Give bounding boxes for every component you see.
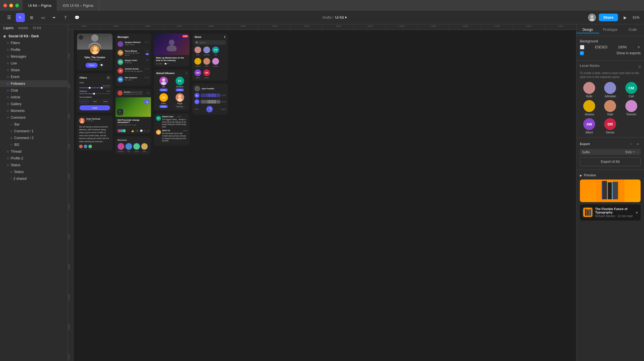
sidebar-item-share[interactable]: ⊞ Share (0, 67, 68, 74)
zoom-level[interactable]: 61% (633, 16, 639, 20)
frame-tool[interactable]: ⊞ (27, 13, 36, 22)
local-styles-hint: To create a style, select a layer and cl… (580, 71, 641, 79)
show-exports-label: Show in exports (617, 51, 641, 55)
page-title[interactable]: Ui Kit ▾ (335, 15, 347, 20)
sidebar-item-status2[interactable]: ⊞ Status (0, 168, 68, 175)
sidebar-item-messages[interactable]: ⊞ Messages (0, 53, 68, 60)
menu-icon[interactable]: ☰ (5, 13, 14, 22)
color-swatch[interactable] (580, 45, 584, 49)
sidebar-item-article[interactable]: ⊞ Article (0, 94, 68, 101)
tab-uikit[interactable]: Ui Kit – Figma (23, 0, 57, 11)
sidebar-item-moments[interactable]: ⊞ Moments (0, 107, 68, 114)
sidebar-item-comment[interactable]: ⊞ Comment (0, 114, 68, 121)
sidebar-item-profile2[interactable]: ⊞ Profile 2 (0, 155, 68, 162)
svg-point-14 (118, 41, 123, 47)
sidebar-item-comment2[interactable]: ⊞ Comment / 2 (0, 135, 68, 141)
share-button[interactable]: Share (599, 14, 618, 21)
text-tool[interactable]: T (61, 13, 70, 22)
tab-ios[interactable]: iOS UI Kit – Figma (57, 0, 99, 11)
tab-design[interactable]: Design (576, 27, 599, 33)
sidebar-item-profile[interactable]: ⊞ Profile (0, 46, 68, 53)
svg-point-31 (195, 47, 201, 53)
sidebar-item-event[interactable]: ⊞ Event (0, 74, 68, 80)
filters-title: Filters (79, 76, 87, 79)
thread-author: Imam Farrhouk 4 min ago (79, 118, 110, 124)
price-slider[interactable] (79, 87, 110, 88)
audio-row-2: ⏸ 00:04 (194, 99, 226, 104)
moment-alex: Alex (125, 143, 132, 152)
accom-studio[interactable]: Studio (101, 100, 110, 103)
following-abigail-button[interactable]: Following (175, 105, 185, 108)
play-icon[interactable]: ▶ (621, 13, 630, 22)
follow-nia-button[interactable]: Follow (160, 88, 168, 91)
toolbar: ☰ ↖ ⊞ ▭ ✒ T 💬 Drafts / Ui Kit ▾ Share ▶ … (0, 11, 644, 24)
export-button[interactable]: Export Ui Kit (580, 157, 641, 166)
opacity-value: 100% (618, 45, 627, 49)
sidebar-item-gallery[interactable]: ⊞ Gallery (0, 101, 68, 107)
svg-point-29 (178, 95, 181, 98)
back-button[interactable]: ← (79, 35, 83, 40)
follow-button[interactable]: Follow (86, 63, 98, 68)
profile-card: ← ··· Tyler, Th (77, 34, 113, 71)
mutual-close-button[interactable]: ✕ (185, 72, 187, 74)
tab-code[interactable]: Code (621, 27, 644, 33)
cancel-button[interactable]: Cancel (221, 108, 226, 110)
audio-card: Jane Franklin ▶ 00:37 ⏸ 00:04 (192, 84, 228, 115)
sidebar-item-status[interactable]: ⊞ Status (0, 162, 68, 168)
comment-tool[interactable]: 💬 (72, 13, 81, 22)
tab-layers[interactable]: Layers (3, 26, 14, 30)
share-icon[interactable]: ↗ (147, 129, 149, 132)
share-card: Share ⬆ 🔍 (192, 34, 228, 81)
accom-apartment[interactable]: Apartment (79, 100, 89, 103)
remove-icon[interactable]: − (628, 141, 634, 147)
preview-card: The Flexible Future of Typography Richar… (580, 204, 641, 221)
tab-prototype[interactable]: Prototype (599, 27, 622, 33)
follow-elizabeth-button[interactable]: Follow (176, 88, 184, 91)
sidebar-item-filters[interactable]: ⊞ Filters (0, 40, 68, 46)
message-button[interactable]: 💬 (99, 63, 104, 68)
sidebar-item-shared[interactable]: T 2 shared (0, 175, 68, 182)
play-button[interactable]: ▶ (194, 93, 199, 98)
maximize-btn[interactable] (15, 4, 19, 7)
sidebar-item-followers[interactable]: ⊞ Followers (0, 80, 68, 87)
tab-assets[interactable]: Assets (18, 26, 28, 30)
distance-label: Distance 7km (79, 90, 110, 92)
distance-slider[interactable] (79, 93, 110, 94)
visibility-icon[interactable]: 👁 (637, 45, 641, 49)
sidebar-item-chat[interactable]: ⊞ Chat (0, 87, 68, 94)
close-btn[interactable] (3, 4, 7, 7)
preview-expand-icon[interactable]: ▾ (636, 210, 638, 215)
like-icon[interactable]: 👍 (131, 129, 134, 132)
more-options-icon[interactable]: ··· (109, 35, 111, 38)
follow-glenn-button[interactable]: Follow (160, 105, 168, 108)
pause-button[interactable]: ⏸ (194, 99, 199, 104)
local-styles-section: Local Styles ⁞⁞ To create a style, selec… (576, 60, 644, 138)
canvas-content: ← ··· Tyler, Th (73, 30, 576, 361)
show-exports-checkbox[interactable]: ✓ (580, 51, 584, 55)
sidebar-item-bar[interactable]: ▭ Bar (0, 121, 68, 128)
moments-title: Moments (118, 139, 149, 141)
sidebar-item-bg[interactable]: ▭ BG (0, 141, 68, 148)
search-input[interactable] (199, 42, 224, 44)
accom-hotel[interactable]: Hotel (90, 100, 100, 103)
shape-tool[interactable]: ▭ (38, 13, 47, 22)
tab-uikit-panel[interactable]: UI Kit (33, 26, 41, 30)
sidebar-item-comment1[interactable]: ⊞ Comment / 1 (0, 128, 68, 135)
comment-icon[interactable]: 💬 (140, 129, 143, 132)
sidebar-item-thread[interactable]: ⊞ Thread (0, 148, 68, 155)
pen-tool[interactable]: ✒ (50, 13, 59, 22)
sidebar-root[interactable]: ⊞ Social UI Kit - Dark (0, 33, 68, 40)
apply-button[interactable]: Apply (79, 105, 110, 110)
record-button[interactable]: 🎤 (206, 106, 213, 113)
filters-close-button[interactable]: ✕ (106, 76, 110, 80)
moment-chris: Chris (141, 143, 148, 152)
minimize-btn[interactable] (9, 4, 13, 7)
preview-toggle[interactable]: ▶ Preview (580, 173, 641, 177)
messages-title: Messages (118, 36, 129, 38)
post-expand-icon[interactable]: ▾ (148, 92, 149, 94)
share-upload-icon[interactable]: ⬆ (224, 36, 226, 38)
sidebar-item-live[interactable]: ⊞ Live (0, 60, 68, 67)
add-icon[interactable]: + (635, 141, 641, 147)
cursor-tool[interactable]: ↖ (16, 13, 25, 22)
share-person-albert: AW Albert (194, 69, 201, 79)
